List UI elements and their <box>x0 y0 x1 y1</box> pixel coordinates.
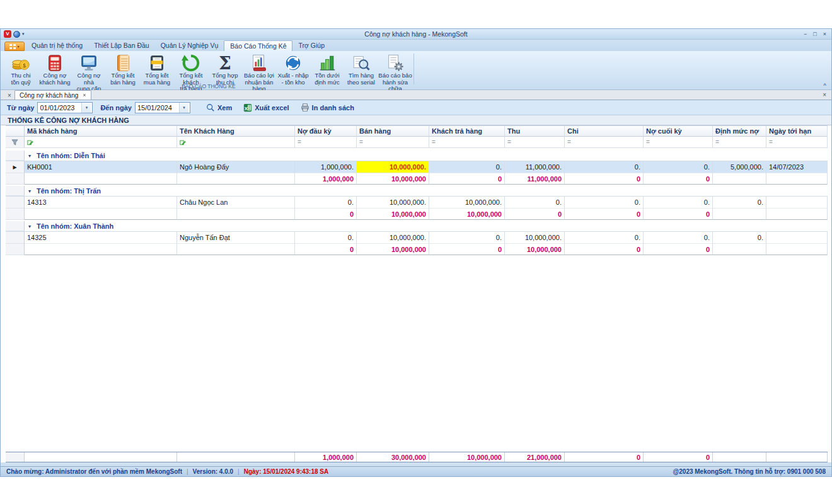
print-list-button[interactable]: In danh sách <box>295 101 360 114</box>
status-separator: | <box>238 468 240 475</box>
cell-ban_hang[interactable]: 10,000,000. <box>357 232 429 244</box>
collapse-chevron-icon[interactable]: ▾ <box>26 188 33 194</box>
subtotal-no_dau_ky: 0 <box>295 209 357 220</box>
restore-button[interactable]: □ <box>813 31 816 37</box>
doc-gear-icon <box>386 54 405 72</box>
collapse-chevron-icon[interactable]: ▾ <box>26 224 33 229</box>
cell-thu[interactable]: 10,000,000. <box>505 232 565 244</box>
cell-no_dau_ky[interactable]: 0. <box>295 197 357 209</box>
ribbon-group-separator <box>413 54 414 84</box>
cell-khach_tra_hang[interactable]: 0. <box>429 161 505 173</box>
column-header-thu[interactable]: Thu <box>505 126 565 137</box>
filter-cell-ten[interactable] <box>177 137 295 148</box>
subtotal-khach_tra_hang: 10,000,000 <box>429 209 505 220</box>
cell-ngay_toi_han[interactable] <box>766 197 828 209</box>
panel-close-icon[interactable]: × <box>823 91 826 98</box>
column-header-dinh_muc_no[interactable]: Định mức nợ <box>713 126 766 137</box>
tab-close-all-icon[interactable]: × <box>4 92 14 100</box>
cell-ngay_toi_han[interactable] <box>766 232 828 244</box>
cell-dinh_muc_no[interactable]: 0. <box>713 232 766 244</box>
group-header-1: ▾Tên nhóm: Thị Trấn <box>25 186 828 196</box>
cell-dinh_muc_no[interactable]: 0. <box>713 197 766 209</box>
close-button[interactable]: × <box>823 31 826 37</box>
group-row-1[interactable]: ▾Tên nhóm: Thị Trấn <box>6 186 828 197</box>
ribbon-tab-bao-cao-thong-ke[interactable]: Báo Cáo Thống Kê <box>224 40 292 51</box>
filter-cell-ma[interactable] <box>25 137 177 148</box>
cell-ma[interactable]: 14325 <box>25 232 177 244</box>
group-header-0: ▾Tên nhóm: Diễn Thái <box>25 151 828 161</box>
cell-no_cuoi_ky[interactable]: 0. <box>644 232 713 244</box>
cell-ten[interactable]: Nguyễn Tấn Đạt <box>177 232 295 244</box>
filter-cell-thu[interactable]: = <box>505 137 565 148</box>
filter-cell-no_dau_ky[interactable]: = <box>295 137 357 148</box>
subtotal-thu: 10,000,000 <box>505 244 565 255</box>
cell-no_dau_ky[interactable]: 1,000,000. <box>295 161 357 173</box>
app-logo-icon[interactable]: V <box>4 30 11 38</box>
table-row[interactable]: 14313Châu Ngọc Lan0.10,000,000.10,000,00… <box>6 197 828 209</box>
subtotal-ten <box>177 244 295 255</box>
minimize-button[interactable]: − <box>804 31 807 37</box>
collapse-chevron-icon[interactable]: ▾ <box>26 153 33 159</box>
table-row[interactable]: ▶KH0001Ngô Hoàng Đẩy1,000,000.10,000,000… <box>6 161 828 173</box>
grand-total-ma <box>25 452 177 462</box>
quick-access-orb-icon[interactable] <box>13 31 20 38</box>
filter-cell-khach_tra_hang[interactable]: = <box>429 137 505 148</box>
cell-khach_tra_hang[interactable]: 0. <box>429 232 505 244</box>
cell-ten[interactable]: Châu Ngọc Lan <box>177 197 295 209</box>
cell-thu[interactable]: 11,000,000. <box>505 161 565 173</box>
subtotal-dinh_muc_no <box>713 244 766 255</box>
cell-ngay_toi_han[interactable]: 14/07/2023 <box>766 161 828 173</box>
grid-client-area: Mã khách hàngTên Khách HàngNợ đầu kỳBán … <box>1 125 831 462</box>
cell-ban_hang[interactable]: 10,000,000. <box>357 197 429 209</box>
cell-chi[interactable]: 0. <box>565 161 644 173</box>
column-header-ma[interactable]: Mã khách hàng <box>25 126 177 137</box>
quick-access-caret-icon[interactable]: ▾ <box>22 32 25 37</box>
column-header-ban_hang[interactable]: Bán hàng <box>357 126 429 137</box>
cell-no_cuoi_ky[interactable]: 0. <box>644 161 713 173</box>
table-row[interactable]: 14325Nguyễn Tấn Đạt0.10,000,000.0.10,000… <box>6 232 828 244</box>
to-date-dropdown-icon[interactable]: ▾ <box>179 103 188 113</box>
cell-ten[interactable]: Ngô Hoàng Đẩy <box>177 161 295 173</box>
column-header-chi[interactable]: Chi <box>565 126 644 137</box>
subtotal-ten <box>177 209 295 220</box>
cell-chi[interactable]: 0. <box>565 197 644 209</box>
subtotal-chi: 0 <box>565 244 644 255</box>
ribbon-tab-quan-ly-nghiep-vu[interactable]: Quản Lý Nghiệp Vụ <box>155 40 224 51</box>
column-header-khach_tra_hang[interactable]: Khách trả hàng <box>429 126 505 137</box>
copyright-text: @2023 MekongSoft. Thông tin hỗ trợ: 0901… <box>673 468 826 475</box>
filter-cell-ban_hang[interactable]: = <box>357 137 429 148</box>
to-date-input[interactable] <box>136 104 179 112</box>
cell-ma[interactable]: 14313 <box>25 197 177 209</box>
cell-ma[interactable]: KH0001 <box>25 161 177 173</box>
cell-khach_tra_hang[interactable]: 10,000,000. <box>429 197 505 209</box>
tab-close-icon[interactable]: × <box>83 92 86 98</box>
filter-cell-ngay_toi_han[interactable]: = <box>766 137 828 148</box>
cell-ban_hang[interactable]: 10,000,000. <box>357 161 429 173</box>
export-excel-button[interactable]: X Xuất excel <box>238 101 294 114</box>
column-header-ten[interactable]: Tên Khách Hàng <box>177 126 295 137</box>
ribbon-tab-quan-tri-he-thong[interactable]: Quản trị hệ thống <box>26 40 88 51</box>
column-header-no_cuoi_ky[interactable]: Nợ cuối kỳ <box>644 126 713 137</box>
filter-cell-chi[interactable]: = <box>565 137 644 148</box>
ribbon-tab-thiet-lap-ban-dau[interactable]: Thiết Lập Ban Đầu <box>88 40 155 51</box>
subtotal-ma <box>25 173 177 185</box>
group-row-0[interactable]: ▾Tên nhóm: Diễn Thái <box>6 151 828 161</box>
cell-no_dau_ky[interactable]: 0. <box>295 232 357 244</box>
from-date-dropdown-icon[interactable]: ▾ <box>81 103 91 113</box>
group-row-2[interactable]: ▾Tên nhóm: Xuân Thành <box>6 221 828 232</box>
tab-cong-no-khach-hang[interactable]: Công nợ khách hàng × <box>14 90 91 100</box>
cell-no_cuoi_ky[interactable]: 0. <box>644 197 713 209</box>
view-button[interactable]: Xem <box>200 101 238 114</box>
filter-cell-no_cuoi_ky[interactable]: = <box>644 137 713 148</box>
ribbon-tab-tro-giup[interactable]: Trợ Giúp <box>292 40 330 51</box>
cell-chi[interactable]: 0. <box>565 232 644 244</box>
column-header-ngay_toi_han[interactable]: Ngày tới hạn <box>766 126 828 137</box>
column-header-no_dau_ky[interactable]: Nợ đầu kỳ <box>295 126 357 137</box>
app-menu-button[interactable]: ▾ <box>4 42 25 51</box>
ribbon-collapse-icon[interactable]: ^ <box>823 83 826 88</box>
row-indicator-header <box>6 126 25 137</box>
cell-thu[interactable]: 0. <box>505 197 565 209</box>
filter-cell-dinh_muc_no[interactable]: = <box>713 137 766 148</box>
from-date-input[interactable] <box>38 104 81 112</box>
cell-dinh_muc_no[interactable]: 5,000,000. <box>713 161 766 173</box>
